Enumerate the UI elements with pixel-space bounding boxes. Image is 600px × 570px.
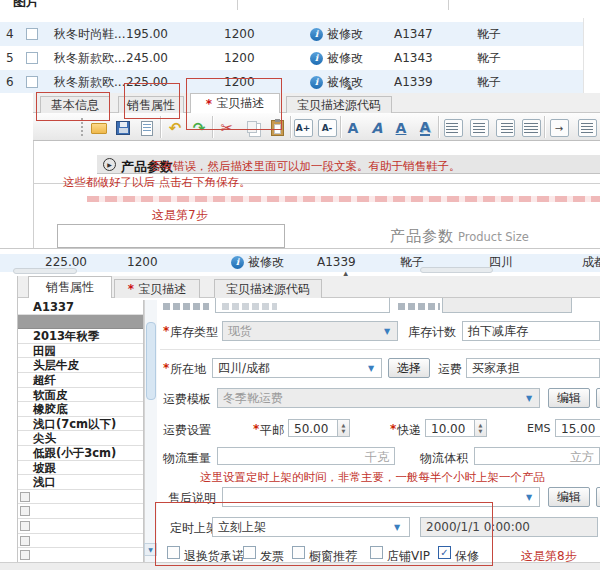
- font-increase-icon[interactable]: A+: [292, 117, 314, 139]
- chevron-down-icon[interactable]: ▼: [526, 493, 532, 502]
- express-price-input[interactable]: 10.00: [425, 419, 475, 437]
- bold-icon[interactable]: A: [342, 117, 364, 139]
- more-tool-icon[interactable]: [576, 117, 598, 139]
- quantity-cell: 1200: [224, 46, 255, 70]
- item-checkbox[interactable]: [20, 492, 30, 502]
- category-cell: 靴子: [477, 70, 501, 94]
- sidebar-item[interactable]: 软面皮: [18, 388, 143, 403]
- required-star: *: [390, 422, 396, 436]
- sidebar-checkbox-item[interactable]: [18, 490, 143, 505]
- volume-input[interactable]: 立方: [474, 447, 600, 465]
- ems-price-input[interactable]: 15.00: [555, 419, 600, 437]
- refresh-aftersale-button[interactable]: 刷新: [596, 487, 600, 507]
- table-row[interactable]: 5 秋冬新款欧... 245.00 1200 i 被修改 A1343 靴子: [0, 46, 583, 70]
- stock-count-input[interactable]: 拍下减库存: [462, 321, 600, 341]
- annotation-box-description: [186, 78, 282, 130]
- item-checkbox[interactable]: [20, 521, 30, 531]
- sidebar-item[interactable]: 2013年秋季: [18, 329, 143, 344]
- align-right-icon[interactable]: [494, 117, 516, 139]
- stock-type-select[interactable]: 现货: [222, 321, 398, 341]
- row-checkbox[interactable]: [26, 28, 38, 40]
- wordart-icon[interactable]: A: [414, 117, 436, 139]
- choose-location-button[interactable]: 选择: [388, 358, 430, 378]
- annotation-box-sales-attributes: [124, 83, 180, 119]
- item-checkbox[interactable]: [20, 506, 30, 516]
- align-left-icon[interactable]: [442, 117, 464, 139]
- sidebar-checkbox-item[interactable]: [18, 548, 143, 562]
- category-cell: 靴子: [477, 22, 501, 46]
- hscroll-thumb[interactable]: [420, 267, 493, 273]
- post-price-input[interactable]: 50.00: [288, 419, 338, 437]
- indent-icon[interactable]: →: [548, 117, 570, 139]
- location-select[interactable]: 四川/成都: [212, 358, 382, 378]
- tab-description-source[interactable]: 宝贝描述源代码: [214, 279, 322, 298]
- weight-input[interactable]: 千克: [217, 447, 395, 465]
- italic-icon[interactable]: A: [366, 117, 388, 139]
- weight-label: 物流重量: [163, 450, 211, 467]
- row-number: 4: [6, 22, 14, 46]
- tab-sales-attributes[interactable]: 销售属性: [28, 276, 112, 298]
- row-checkbox[interactable]: [26, 76, 38, 88]
- sidebar-scrollbar-thumb[interactable]: [146, 322, 156, 400]
- row-checkbox[interactable]: [26, 52, 38, 64]
- sidebar-checkbox-item[interactable]: [18, 534, 143, 549]
- expand-section-icon[interactable]: ▶: [103, 158, 116, 171]
- price-cell: 195.00: [126, 22, 168, 46]
- save-icon[interactable]: [112, 117, 134, 139]
- sidebar-item[interactable]: 尖头: [18, 431, 143, 446]
- info-icon: i: [310, 76, 323, 89]
- new-document-icon[interactable]: [136, 117, 158, 139]
- preview-title-en: Product Size: [458, 230, 529, 244]
- underline-icon[interactable]: A: [390, 117, 412, 139]
- sidebar-item[interactable]: A1337: [18, 300, 143, 315]
- toolbar-separator: [160, 116, 161, 138]
- weight-unit: 千克: [365, 448, 389, 465]
- sidebar-item[interactable]: 低跟(小于3cm): [18, 446, 143, 461]
- item-code-cell: A1347: [394, 22, 433, 46]
- description-placeholder-box[interactable]: [57, 224, 285, 248]
- highlighted-row: [87, 196, 600, 202]
- hscroll-thumb[interactable]: [13, 268, 77, 274]
- font-decrease-icon[interactable]: A-: [316, 117, 338, 139]
- freight-template-select[interactable]: 冬季靴运费: [217, 388, 540, 408]
- sidebar-item-selected[interactable]: [18, 315, 143, 330]
- tab-item-description[interactable]: * 宝贝描述: [114, 279, 200, 298]
- edit-template-button[interactable]: 编辑: [548, 388, 590, 408]
- tab-label: 宝贝描述源代码: [297, 97, 381, 114]
- item-checkbox[interactable]: [20, 536, 30, 546]
- edit-aftersale-button[interactable]: 编辑: [548, 487, 590, 507]
- chevron-down-icon[interactable]: ▼: [368, 364, 374, 373]
- undo-icon[interactable]: ↶: [164, 117, 186, 139]
- sidebar-item[interactable]: 田园: [18, 344, 143, 359]
- align-center-icon[interactable]: [468, 117, 490, 139]
- express-price-stepper[interactable]: ▲▼: [474, 419, 487, 437]
- annotation-text-line2: 这些都做好了以后 点击右下角保存。: [63, 175, 251, 190]
- sidebar-checkbox-item[interactable]: [18, 504, 143, 519]
- sidebar-item[interactable]: 浅口(7cm以下): [18, 417, 143, 432]
- chevron-down-icon[interactable]: ▼: [384, 327, 390, 336]
- sidebar-item[interactable]: 浅口: [18, 475, 143, 490]
- table-row[interactable]: 6 秋冬新款欧... 225.00 1200 i 被修改 A1339 靴子: [0, 70, 583, 93]
- annotation-box-schedule: [155, 502, 493, 566]
- table-right-border: [583, 18, 584, 93]
- post-price-stepper[interactable]: ▲▼: [337, 419, 350, 437]
- chevron-down-icon[interactable]: ▼: [526, 394, 532, 403]
- sidebar-item[interactable]: 超纤: [18, 373, 143, 388]
- tab-description-source[interactable]: 宝贝描述源代码: [286, 96, 392, 113]
- sidebar-item[interactable]: 坡跟: [18, 461, 143, 476]
- item-code-cell: A1339: [317, 254, 356, 270]
- step8-label: 这是第8步: [521, 548, 577, 565]
- freight-input[interactable]: 买家承担: [466, 358, 600, 378]
- align-justify-icon[interactable]: [520, 117, 542, 139]
- column-divider: [237, 0, 238, 10]
- tab-label: 宝贝描述源代码: [226, 281, 310, 298]
- item-checkbox[interactable]: [20, 550, 30, 560]
- status-cell: 被修改: [327, 46, 363, 70]
- sidebar-checkbox-item[interactable]: [18, 519, 143, 534]
- clipped-column-header: 图片: [13, 0, 39, 11]
- table-row[interactable]: 4 秋冬时尚鞋... 195.00 1200 i 被修改 A1347 靴子: [0, 22, 583, 46]
- sidebar-item[interactable]: 橡胶底: [18, 402, 143, 417]
- refresh-template-button[interactable]: 刷新: [596, 388, 600, 408]
- sidebar-item[interactable]: 头层牛皮: [18, 358, 143, 373]
- partial-table-row[interactable]: 225.00 1200 i 被修改 A1339 靴子 四川 成都: [0, 254, 600, 272]
